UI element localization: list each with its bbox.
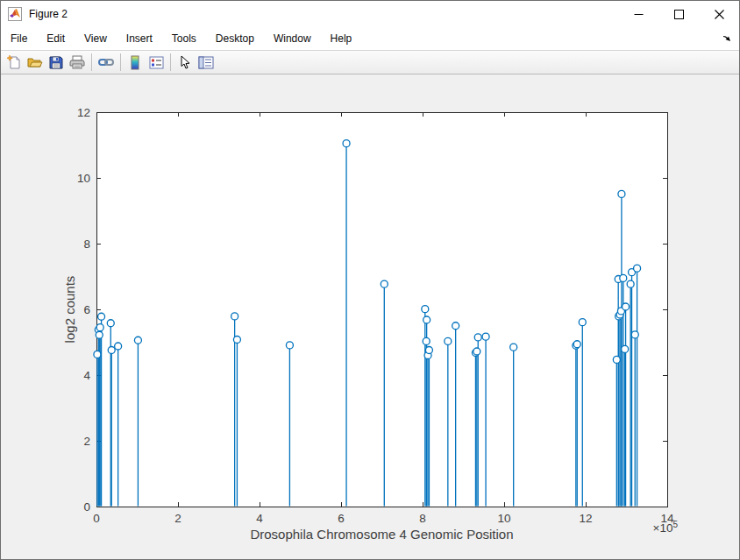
stem-marker[interactable] [134,337,141,344]
stem-marker[interactable] [115,343,122,350]
stem-marker[interactable] [286,342,293,349]
stem-marker[interactable] [96,331,103,338]
property-inspector-button[interactable] [196,52,217,73]
save-figure-button[interactable] [46,52,67,73]
stem-marker[interactable] [94,351,101,358]
figure-window: Figure 2 File Edit View Insert Tools Des… [0,0,740,560]
stem-marker[interactable] [634,265,641,272]
stem-marker[interactable] [474,334,481,341]
open-file-button[interactable] [25,52,46,73]
stem-marker[interactable] [96,324,103,331]
stem-marker[interactable] [425,347,432,354]
menu-view[interactable]: View [75,28,117,49]
toolbar-separator [170,53,171,71]
stem-marker[interactable] [452,323,459,330]
stem-marker[interactable] [623,303,630,310]
figure-canvas: 02468101214024681012Drosophila Chromosom… [1,74,739,559]
insert-legend-button[interactable] [146,52,167,73]
menu-tools[interactable]: Tools [162,28,206,49]
menu-insert[interactable]: Insert [117,28,162,49]
close-button[interactable] [699,1,739,27]
stem-marker[interactable] [620,274,627,281]
y-tick-label: 2 [83,435,90,448]
plot-area [96,112,667,507]
menu-file[interactable]: File [1,28,37,49]
stem-marker[interactable] [473,348,480,355]
link-plot-button[interactable] [96,52,117,73]
y-tick-label: 0 [83,500,90,514]
stem-marker[interactable] [98,313,105,320]
x-tick-label: 0 [93,512,100,525]
x-axis-label: Drosophila Chromosome 4 Genomic Position [250,527,513,542]
y-tick-label: 12 [77,106,90,119]
x-tick-label: 8 [419,512,426,525]
menu-help[interactable]: Help [321,28,362,49]
stem-marker[interactable] [343,140,350,147]
stem-marker[interactable] [231,313,238,320]
stem-marker[interactable] [482,333,489,340]
stem-marker[interactable] [422,306,429,313]
figure-toolbar [1,50,739,74]
stem-marker[interactable] [423,337,430,344]
stem-marker[interactable] [510,344,517,351]
stem-marker[interactable] [618,190,625,197]
y-axis-label: log2 counts [62,276,77,344]
y-tick-label: 10 [77,172,90,185]
stem-marker[interactable] [381,280,388,287]
stem-marker[interactable] [631,331,638,338]
x-tick-label: 6 [338,512,345,525]
toolbar-separator [120,53,121,71]
stem-marker[interactable] [613,356,620,363]
matlab-logo-icon [7,7,23,21]
stem-plot: 02468101214024681012Drosophila Chromosom… [1,74,739,559]
menu-edit[interactable]: Edit [37,28,75,49]
y-tick-label: 4 [83,369,90,382]
x-tick-label: 10 [497,512,510,525]
title-bar: Figure 2 [1,1,739,27]
dock-figure-arrow-icon[interactable] [720,31,734,45]
menu-bar: File Edit View Insert Tools Desktop Wind… [1,27,739,50]
toolbar-separator [91,53,92,71]
stem-marker[interactable] [573,341,580,348]
edit-plot-button[interactable] [174,52,196,73]
x-exponent-label: ×105 [653,520,679,535]
y-tick-label: 8 [83,237,90,251]
x-tick-label: 4 [256,512,263,525]
stem-marker[interactable] [627,280,634,287]
new-figure-button[interactable] [4,52,25,73]
stem-marker[interactable] [423,316,430,323]
menu-window[interactable]: Window [264,28,321,49]
stem-marker[interactable] [579,319,586,326]
stem-marker[interactable] [107,320,114,327]
print-figure-button[interactable] [67,52,88,73]
stem-marker[interactable] [233,337,240,344]
stem-marker[interactable] [445,337,452,344]
menu-desktop[interactable]: Desktop [206,28,264,49]
maximize-button[interactable] [658,1,699,27]
window-title: Figure 2 [29,8,618,20]
insert-colorbar-button[interactable] [125,52,146,73]
stem-marker[interactable] [622,345,629,352]
x-tick-label: 2 [174,512,181,525]
stem-marker[interactable] [108,347,115,354]
minimize-button[interactable] [618,1,658,27]
y-tick-label: 6 [83,303,90,316]
x-tick-label: 12 [579,512,592,525]
